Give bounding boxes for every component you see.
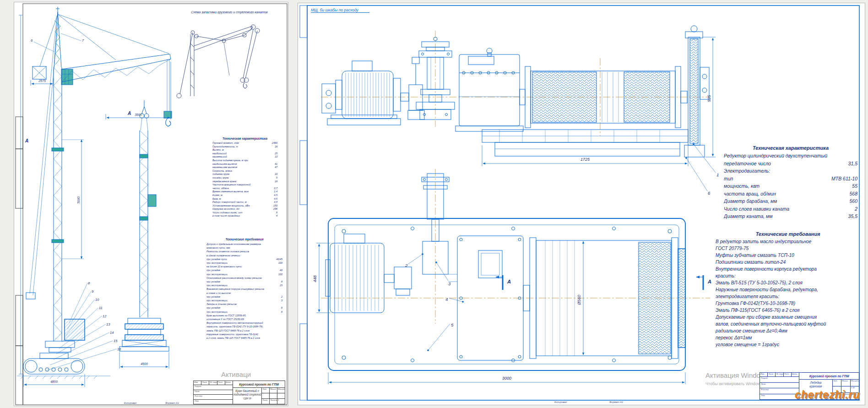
stamp-code: СДМ 09 [233, 397, 261, 400]
svg-text:9: 9 [92, 289, 94, 294]
footer-format: Формат А1 [165, 402, 179, 404]
dim-plan-width: 3000 [502, 376, 511, 381]
dim-motor: 448 [313, 275, 317, 282]
stamp-head-cols: Изм.Лист№ докум.Подп.Дата [760, 373, 799, 377]
right-tech-characteristics: Техническая характеристика Редуктор цили… [724, 145, 857, 220]
handwritten-note: МЩ. би шкабы по расходу [311, 8, 369, 13]
site-logo: chertezhi.ru [795, 389, 860, 401]
tech-char-rows: Грузовой момент, кНм2460 Грузоподъемност… [212, 141, 277, 218]
stamp-doc: Курсовой проект по ГПМ [233, 381, 285, 388]
footer-copied: Копировал [554, 401, 567, 403]
tech-req-title: Технические требования [716, 231, 860, 237]
sheet-crane-winch: 1725 925 3000 448 Ø560 А А 1 2 3 [298, 3, 865, 405]
footer-copied: Копировал [124, 402, 136, 404]
sheet-tower-crane: 4800 2575 3500 5080 4500 6 7 8 9 10 11 1… [14, 2, 288, 406]
left-callout-numbers: 6 7 8 9 10 11 12 13 14 15 16 [31, 38, 121, 351]
dim-base2: 4500 [141, 362, 148, 365]
svg-text:1: 1 [716, 172, 719, 177]
svg-text:6: 6 [31, 38, 33, 43]
stamp-side-rows: Разраб.Пров.Н.контр.Утв. [194, 385, 233, 404]
dim-tower: 5080 [77, 196, 80, 204]
dim-track: 4800 [50, 380, 58, 383]
dim-jib: 3500 [135, 113, 142, 116]
svg-text:15: 15 [114, 339, 118, 343]
stamp-side-rows: Разраб.Пров.Н.контр.Утв. [760, 377, 799, 399]
left-tech-requirements: Технические требования Допуски к предель… [206, 238, 282, 340]
stamp-mini-grid: Лит.МассаМасштаб ЛистЛистов1 [262, 388, 285, 404]
tech-char-rows: Редуктор цилиндрический двухступенчатый … [724, 152, 857, 220]
section-label-a: А [507, 279, 511, 284]
left-view-labels: А А [25, 111, 131, 143]
tech-req-rows: Допуски к предельным отклонениям размеро… [206, 242, 282, 340]
stamp-doc: Курсовой проект по ГПМ [799, 373, 859, 380]
tech-char-title: Техническая характеристика [212, 137, 277, 140]
svg-text:7: 7 [82, 38, 84, 43]
stamp-name: Кран башенный с подъёмной стрелой СДМ 09 [233, 388, 262, 404]
svg-text:13: 13 [106, 322, 110, 326]
activation-watermark: Активаци [221, 370, 251, 378]
svg-text:2: 2 [405, 263, 408, 268]
right-tech-requirements: Технические требования В редуктор залить… [716, 231, 860, 348]
tech-char-title: Техническая характеристика [724, 145, 857, 151]
dim-top: 2575 [38, 79, 46, 82]
view-label-a2: А [127, 111, 131, 116]
section-label-a2: А [707, 279, 711, 284]
dim-drum-dia: Ø560 [577, 295, 581, 305]
tech-req-title: Технические требования [206, 238, 282, 241]
dim-height: 925 [707, 95, 711, 102]
reeving-scheme-title: Схема запасовки грузового и стрелового к… [191, 11, 268, 14]
crane-main-view [17, 7, 172, 379]
drawing-canvas: { "page": { "line_blue": "#0b6cd4", "tea… [0, 0, 868, 408]
svg-text:11: 11 [99, 306, 103, 310]
svg-text:4: 4 [445, 297, 448, 302]
svg-text:12: 12 [103, 314, 107, 318]
svg-text:16: 16 [117, 347, 121, 351]
winch-plan-view [326, 174, 685, 370]
footer-format: Формат А1 [609, 401, 623, 403]
svg-text:3: 3 [448, 281, 451, 286]
view-label-a: А [25, 138, 28, 143]
crane-elevation-view [119, 100, 169, 351]
reeving-scheme [177, 25, 260, 98]
svg-text:14: 14 [110, 331, 114, 335]
svg-text:5: 5 [451, 322, 454, 327]
svg-text:10: 10 [95, 298, 99, 302]
winch-side-view [322, 26, 709, 157]
svg-text:8: 8 [88, 281, 90, 285]
dim-top-width: 1725 [580, 157, 590, 162]
left-tech-characteristics: Техническая характеристика Грузовой моме… [212, 137, 277, 218]
title-block: Изм.Лист№ докум.Подп.Дата Разраб.Пров.Н.… [193, 381, 285, 404]
svg-text:6: 6 [708, 190, 711, 196]
tech-req-lines: В редуктор залить масло индустриальноеГО… [716, 238, 860, 348]
stamp-head-cols: Изм.Лист№ докум.Подп.Дата [194, 381, 233, 385]
